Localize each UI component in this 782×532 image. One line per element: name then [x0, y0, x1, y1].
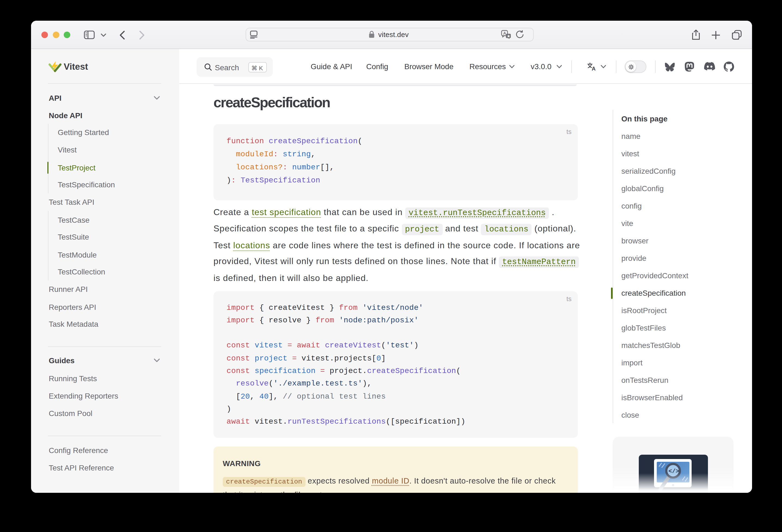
svg-text:A: A	[503, 31, 506, 35]
svg-text:A: A	[592, 66, 596, 71]
svg-text:★: ★	[507, 34, 510, 38]
